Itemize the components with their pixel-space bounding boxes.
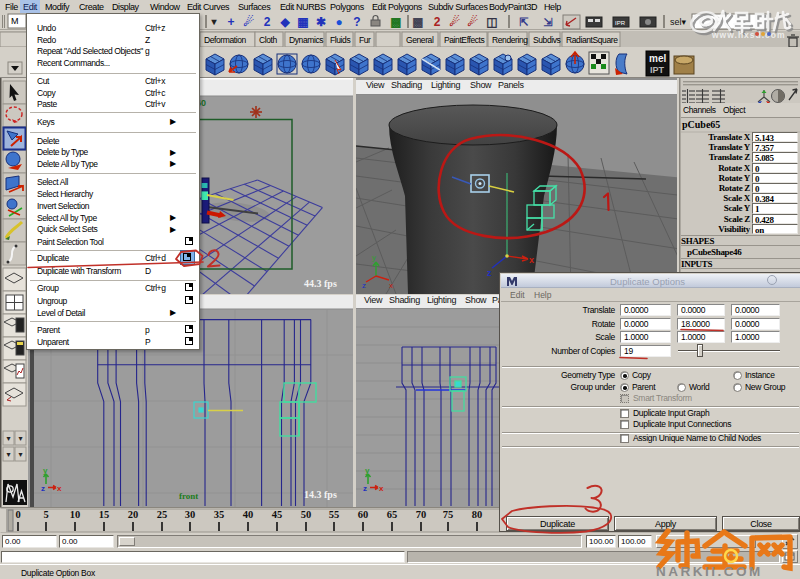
svg-text:10: 10: [70, 509, 81, 520]
svg-text:z: z: [487, 268, 492, 278]
svg-text:RadiantSquare: RadiantSquare: [566, 35, 618, 45]
svg-text:+: +: [227, 15, 234, 29]
svg-text:2: 2: [434, 15, 441, 29]
svg-text:35: 35: [214, 509, 225, 520]
svg-text:Object: Object: [723, 105, 746, 115]
svg-text:▦: ▦: [297, 15, 308, 29]
svg-text:70: 70: [416, 509, 427, 520]
svg-text:60: 60: [358, 509, 369, 520]
svg-text:14.3 fps: 14.3 fps: [304, 489, 337, 500]
svg-text:?: ?: [353, 15, 360, 29]
svg-text:20: 20: [128, 509, 139, 520]
svg-text:y: y: [365, 466, 370, 475]
svg-text:⇱: ⇱: [519, 16, 528, 28]
svg-text:▾: ▾: [18, 434, 22, 443]
svg-text:z: z: [363, 484, 367, 493]
svg-text:x: x: [529, 255, 534, 265]
svg-text:z: z: [362, 281, 366, 290]
svg-text:IPR: IPR: [615, 20, 626, 26]
svg-text:0: 0: [15, 509, 20, 520]
svg-text:▾: ▾: [210, 16, 217, 27]
svg-text:Dynamics: Dynamics: [289, 35, 323, 45]
svg-text:x: x: [379, 484, 384, 493]
svg-text:☄: ☄: [468, 15, 479, 29]
svg-text:▩: ▩: [390, 15, 401, 29]
svg-text:55: 55: [329, 509, 340, 520]
svg-text:x: x: [57, 484, 62, 493]
svg-text:sel▾: sel▾: [670, 17, 687, 27]
svg-text:25: 25: [157, 509, 168, 520]
svg-text:Deformation: Deformation: [204, 35, 247, 45]
svg-text:45: 45: [272, 509, 283, 520]
svg-text:▾: ▾: [6, 450, 10, 459]
svg-text:☄: ☄: [244, 15, 255, 29]
svg-text:z: z: [41, 484, 45, 493]
svg-text:15: 15: [99, 509, 110, 520]
svg-text:30: 30: [185, 509, 196, 520]
svg-text:75: 75: [443, 509, 454, 520]
svg-text:◫: ◫: [486, 15, 497, 29]
svg-text:Fluids: Fluids: [330, 35, 350, 45]
svg-text:PaintEffects: PaintEffects: [444, 35, 485, 45]
svg-text:40: 40: [243, 509, 254, 520]
svg-text:●: ●: [335, 15, 342, 29]
svg-text:2: 2: [264, 15, 271, 29]
svg-text:Fur: Fur: [359, 35, 371, 45]
svg-text:⇲: ⇲: [543, 16, 552, 28]
svg-text:☄: ☄: [450, 15, 461, 29]
svg-text:▾: ▾: [18, 450, 22, 459]
svg-text:M: M: [11, 16, 19, 26]
svg-text:5: 5: [43, 509, 48, 520]
svg-text:front: front: [179, 491, 198, 501]
svg-text:General: General: [406, 35, 434, 45]
svg-text:mel: mel: [649, 53, 666, 64]
svg-text:pCube65: pCube65: [682, 119, 720, 130]
svg-text:50: 50: [301, 509, 312, 520]
svg-text:▾: ▾: [6, 434, 10, 443]
svg-text:Cloth: Cloth: [259, 35, 278, 45]
svg-text:Subdivs: Subdivs: [533, 35, 561, 45]
svg-text:y: y: [43, 466, 48, 475]
svg-text:◆: ◆: [279, 15, 290, 29]
svg-text:y: y: [372, 253, 376, 262]
svg-text:65: 65: [387, 509, 398, 520]
svg-text:x: x: [389, 281, 393, 290]
svg-text:Rendering: Rendering: [492, 35, 528, 45]
svg-text:Channels: Channels: [683, 105, 716, 115]
svg-text:IPT: IPT: [650, 65, 665, 75]
svg-text:✱: ✱: [316, 15, 326, 29]
svg-text:44.3 fps: 44.3 fps: [304, 278, 337, 289]
svg-text:80: 80: [472, 509, 483, 520]
svg-text:▩: ▩: [412, 15, 423, 29]
